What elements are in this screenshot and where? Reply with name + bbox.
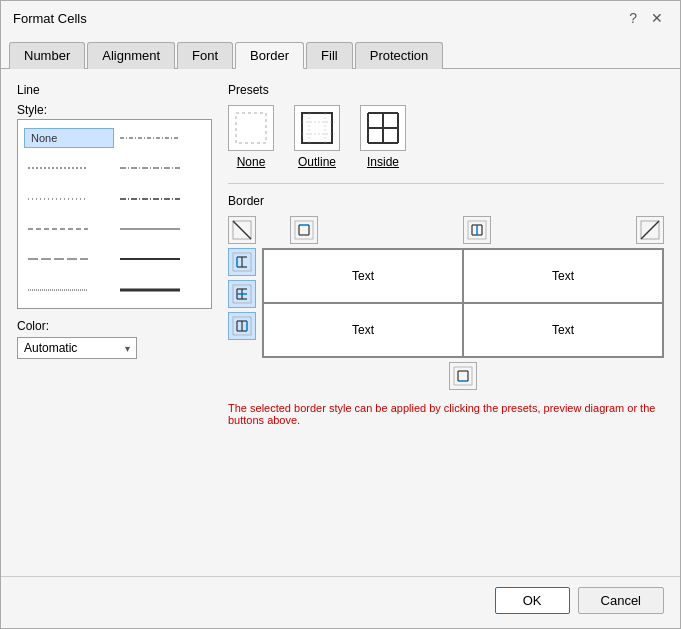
line-section-label: Line: [17, 83, 212, 97]
line-long-dash-icon: [28, 252, 88, 266]
border-top-btns: [262, 216, 664, 244]
tab-border[interactable]: Border: [235, 42, 304, 69]
border-right-icon: [232, 316, 252, 336]
border-btn-top[interactable]: [290, 216, 318, 244]
dialog-title: Format Cells: [13, 11, 87, 26]
border-btn-center-v[interactable]: [463, 216, 491, 244]
border-top-left-diag-icon: [232, 220, 252, 240]
preset-none[interactable]: None: [228, 105, 274, 169]
right-panel: Presets None: [228, 83, 664, 552]
border-btn-left[interactable]: [228, 248, 256, 276]
svg-line-55: [641, 221, 659, 239]
border-btn-top-left-diag[interactable]: [228, 216, 256, 244]
preset-inside[interactable]: Inside: [360, 105, 406, 169]
line-dotted2-icon: [28, 192, 88, 206]
preview-cell-tr: Text: [463, 249, 663, 303]
color-label: Color:: [17, 319, 212, 333]
line-style-dotted[interactable]: [24, 158, 114, 178]
presets-label: Presets: [228, 83, 664, 97]
line-dotted-icon: [28, 161, 88, 175]
line-solid-icon: [120, 222, 180, 236]
color-value: Automatic: [24, 341, 77, 355]
line-dash-dot3-icon: [120, 192, 180, 206]
border-bottom-btns: [262, 362, 664, 390]
help-button[interactable]: ?: [624, 9, 642, 27]
border-buttons-left: [228, 216, 256, 390]
left-panel: Line Style: None: [17, 83, 212, 552]
title-bar: Format Cells ? ✕: [1, 1, 680, 35]
tab-font[interactable]: Font: [177, 42, 233, 69]
svg-rect-43: [295, 221, 313, 239]
preset-inside-icon: [360, 105, 406, 151]
tab-alignment[interactable]: Alignment: [87, 42, 175, 69]
presets-divider: [228, 183, 664, 184]
border-center-v-icon: [467, 220, 487, 240]
ok-button[interactable]: OK: [495, 587, 570, 614]
preview-cell-bl: Text: [263, 303, 463, 357]
border-bottom-right-diag-icon: [640, 220, 660, 240]
svg-rect-12: [302, 113, 332, 143]
preview-text-tl: Text: [352, 269, 374, 283]
preset-outline-icon: [294, 105, 340, 151]
preview-text-tr: Text: [552, 269, 574, 283]
border-left-icon: [232, 252, 252, 272]
cancel-button[interactable]: Cancel: [578, 587, 664, 614]
border-btn-bottom-right-diag[interactable]: [636, 216, 664, 244]
preview-cell-tl: Text: [263, 249, 463, 303]
preset-none-label: None: [237, 155, 266, 169]
dialog-body: Line Style: None: [1, 69, 680, 566]
style-label: Style:: [17, 103, 212, 117]
preset-outline[interactable]: Outline: [294, 105, 340, 169]
preset-inside-label: Inside: [367, 155, 399, 169]
line-style-dash-dot2[interactable]: [116, 158, 206, 178]
svg-rect-11: [236, 113, 266, 143]
line-style-box: None: [17, 119, 212, 309]
line-style-medium-dash[interactable]: [24, 280, 114, 300]
preview-cell-br: Text: [463, 303, 663, 357]
presets-row: None Outline: [228, 105, 664, 169]
tab-protection[interactable]: Protection: [355, 42, 444, 69]
border-center-h-icon: [232, 284, 252, 304]
preset-outline-label: Outline: [298, 155, 336, 169]
line-dash-dot2-icon: [120, 161, 180, 175]
title-bar-controls: ? ✕: [624, 9, 668, 27]
color-dropdown[interactable]: Automatic ▾: [17, 337, 137, 359]
svg-rect-56: [454, 367, 472, 385]
preset-inside-svg: [365, 110, 401, 146]
line-medium-dash-icon: [28, 283, 88, 297]
border-btn-bottom[interactable]: [449, 362, 477, 390]
border-bottom-icon: [453, 366, 473, 386]
line-style-dashed[interactable]: [24, 219, 114, 239]
border-preview-wrap: Text Text Text Text: [262, 216, 664, 390]
preset-outline-svg: [299, 110, 335, 146]
line-style-long-dash[interactable]: [24, 249, 114, 269]
line-style-none[interactable]: None: [24, 128, 114, 148]
line-style-dash-dot3[interactable]: [116, 189, 206, 209]
preview-text-br: Text: [552, 323, 574, 337]
line-style-medium[interactable]: [116, 249, 206, 269]
format-cells-dialog: Format Cells ? ✕ Number Alignment Font B…: [0, 0, 681, 629]
border-area: Text Text Text Text: [228, 216, 664, 390]
preset-none-svg: [233, 110, 269, 146]
tab-bar: Number Alignment Font Border Fill Protec…: [1, 35, 680, 69]
border-top-icon: [294, 220, 314, 240]
line-thick-icon: [120, 283, 180, 297]
line-medium-icon: [120, 252, 180, 266]
line-style-solid[interactable]: [116, 219, 206, 239]
line-style-thick[interactable]: [116, 280, 206, 300]
svg-line-25: [233, 221, 251, 239]
close-button[interactable]: ✕: [646, 9, 668, 27]
border-preview[interactable]: Text Text Text Text: [262, 248, 664, 358]
line-style-dot-dash[interactable]: [116, 128, 206, 148]
line-dot-dash-icon: [120, 131, 180, 145]
tab-number[interactable]: Number: [9, 42, 85, 69]
border-btn-center-h[interactable]: [228, 280, 256, 308]
chevron-down-icon: ▾: [125, 343, 130, 354]
preset-none-icon: [228, 105, 274, 151]
dialog-footer: OK Cancel: [1, 576, 680, 628]
border-btn-right[interactable]: [228, 312, 256, 340]
tab-fill[interactable]: Fill: [306, 42, 353, 69]
line-dashed-icon: [28, 222, 88, 236]
line-style-dotted2[interactable]: [24, 189, 114, 209]
hint-text: The selected border style can be applied…: [228, 402, 664, 426]
